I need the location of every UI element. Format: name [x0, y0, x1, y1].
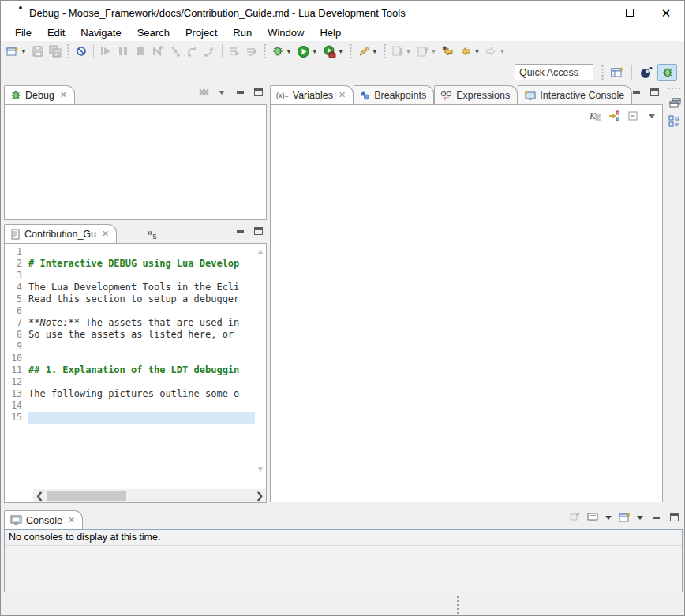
close-icon[interactable]: ✕ — [339, 90, 346, 100]
editor-line-6[interactable]: 6 — [5, 305, 255, 317]
scroll-up-icon[interactable]: ▲ — [256, 247, 264, 256]
open-console-button[interactable]: ✦ — [619, 512, 630, 523]
open-console-caret[interactable] — [637, 512, 643, 523]
debug-view-minimize-button[interactable] — [234, 87, 245, 98]
tab-breakpoints[interactable]: Breakpoints — [354, 85, 434, 104]
scrollbar-track[interactable] — [46, 489, 253, 502]
editor-line-11[interactable]: 11## 1. Explanation of the LDT debuggin — [5, 364, 255, 376]
debug-caret[interactable]: ▼ — [286, 48, 292, 55]
editor-line-12[interactable]: 12 — [5, 376, 255, 388]
tab-variables[interactable]: (x)= Variables ✕ — [270, 85, 354, 104]
line-text — [28, 400, 255, 412]
open-perspective-button[interactable]: ✦ — [608, 64, 627, 81]
save-all-button[interactable] — [47, 43, 63, 60]
scroll-left-icon[interactable]: ❮ — [33, 491, 46, 501]
quick-access-input[interactable] — [515, 64, 593, 80]
show-type-names-button[interactable]: K — [590, 110, 601, 121]
right-trim-bar: •••• — [665, 84, 684, 510]
editor-line-1[interactable]: 1 — [5, 246, 255, 258]
skip-all-breakpoints-button[interactable] — [73, 43, 89, 60]
display-console-caret[interactable] — [605, 512, 612, 523]
editor-line-3[interactable]: 3 — [5, 270, 255, 282]
debug-view-menu-button[interactable] — [216, 87, 227, 98]
editor-line-15[interactable]: 15 — [5, 412, 255, 424]
scrollbar-thumb[interactable] — [47, 491, 126, 501]
editor-tab[interactable]: Contribution_Gu ✕ — [4, 224, 117, 243]
lua-perspective-icon — [640, 66, 653, 79]
new-wizard-button[interactable]: ✦ ▼ — [5, 43, 28, 60]
editor-content[interactable]: 1 2# Interactive DEBUG using Lua Develop… — [4, 243, 267, 503]
debug-view-content[interactable] — [4, 104, 267, 220]
toolbar-separator — [263, 44, 267, 58]
debug-view-maximize-button[interactable] — [253, 87, 264, 98]
close-button[interactable]: ✕ — [648, 1, 684, 24]
trim-drag-handle[interactable]: •••• — [668, 85, 682, 91]
menu-navigate[interactable]: Navigate — [73, 25, 129, 41]
highlighter-button[interactable]: ▼ — [356, 43, 380, 60]
close-icon[interactable]: ✕ — [68, 515, 75, 525]
run-external-tools-button[interactable]: ▼ — [321, 43, 346, 60]
debug-tab[interactable]: Debug ✕ — [4, 85, 75, 104]
line-number: 13 — [5, 388, 28, 400]
variables-view-menu-button[interactable] — [646, 110, 657, 121]
variables-toolbar: K — [590, 110, 657, 121]
tab-interactive-console[interactable]: ✦ Interactive Console — [518, 85, 632, 104]
editor-maximize-button[interactable] — [253, 226, 264, 237]
editor-line-14[interactable]: 14 — [5, 400, 255, 412]
menu-edit[interactable]: Edit — [39, 25, 73, 41]
next-annotation-button: ▼ — [390, 43, 414, 60]
menu-run[interactable]: Run — [225, 25, 260, 41]
status-drag-handle[interactable] — [457, 596, 459, 614]
step-into-icon — [169, 45, 182, 58]
lua-perspective-button[interactable] — [636, 64, 656, 81]
menu-help[interactable]: Help — [312, 25, 349, 41]
console-maximize-button[interactable] — [668, 512, 679, 523]
console-minimize-button[interactable] — [650, 512, 661, 523]
editor-minimize-button[interactable] — [234, 226, 245, 237]
debug-button[interactable]: ▼ — [270, 43, 294, 60]
run-button[interactable]: ▼ — [295, 43, 320, 60]
debug-perspective-button[interactable] — [657, 64, 677, 81]
variables-view-content[interactable]: K — [270, 104, 663, 502]
variables-view-minimize-button[interactable] — [631, 87, 642, 98]
show-logical-structures-button[interactable] — [608, 110, 619, 121]
editor-line-9[interactable]: 9 — [5, 341, 255, 353]
last-edit-location-button[interactable]: ✱ — [440, 43, 456, 60]
editor-line-5[interactable]: 5Read this section to setup a debugger — [5, 293, 255, 305]
collapse-all-button[interactable] — [627, 110, 638, 121]
variables-view-maximize-button[interactable] — [649, 87, 660, 98]
back-caret[interactable]: ▼ — [474, 48, 480, 55]
new-wizard-caret[interactable]: ▼ — [21, 48, 27, 55]
scroll-down-icon[interactable]: ▼ — [256, 465, 264, 473]
run-caret[interactable]: ▼ — [312, 48, 318, 55]
outline-view-button[interactable] — [668, 115, 681, 127]
editor-line-2[interactable]: 2# Interactive DEBUG using Lua Develop — [5, 258, 255, 270]
line-number: 11 — [5, 364, 28, 376]
maximize-button[interactable] — [612, 1, 648, 24]
editor-horizontal-scrollbar[interactable]: ❮ ❯ — [33, 489, 266, 502]
minimize-button[interactable] — [575, 1, 612, 24]
editor-overflow-chevron[interactable]: »5 — [147, 226, 156, 241]
close-icon[interactable]: ✕ — [102, 229, 109, 239]
tab-expressions[interactable]: x= Expressions — [434, 85, 518, 104]
editor-line-8[interactable]: 8So use the assets as listed here, or — [5, 329, 255, 341]
menu-window[interactable]: Window — [260, 25, 312, 41]
menu-file[interactable]: File — [7, 25, 39, 41]
editor-line-10[interactable]: 10 — [5, 353, 255, 364]
console-tab[interactable]: Console ✕ — [4, 510, 83, 529]
back-button[interactable]: ▼ — [458, 43, 481, 60]
highlighter-caret[interactable]: ▼ — [372, 48, 378, 55]
close-icon[interactable]: ✕ — [60, 90, 67, 100]
editor-line-7[interactable]: 7**Note:** The assets that are used in — [5, 317, 255, 329]
save-button[interactable] — [30, 43, 46, 60]
restore-view-button[interactable] — [669, 98, 681, 108]
console-icon — [10, 515, 22, 525]
external-tools-caret[interactable]: ▼ — [338, 48, 344, 55]
display-selected-console-button[interactable] — [587, 512, 598, 523]
editor-line-13[interactable]: 13The following pictures outline some o — [5, 388, 255, 400]
editor-line-4[interactable]: 4The Lua Development Tools in the Ecli — [5, 282, 255, 293]
menu-project[interactable]: Project — [178, 25, 225, 41]
menu-search[interactable]: Search — [129, 25, 178, 41]
console-content[interactable]: No consoles to display at this time. — [4, 529, 683, 592]
scroll-right-icon[interactable]: ❯ — [253, 491, 266, 501]
